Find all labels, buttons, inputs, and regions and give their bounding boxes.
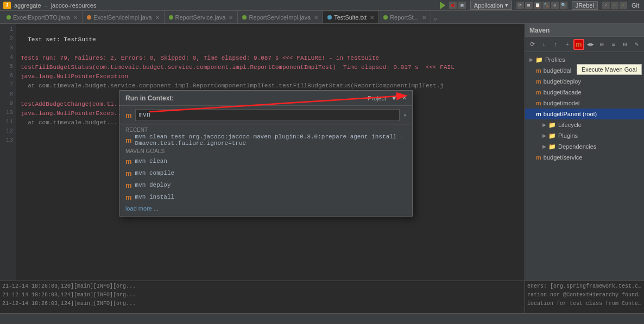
maven-add-btn[interactable]: + <box>562 39 572 50</box>
load-more-link[interactable]: load more ... <box>120 203 412 216</box>
maven-refresh-btn[interactable]: ⟳ <box>527 39 538 50</box>
toolbar-icon-6[interactable]: 🔍 <box>560 2 567 9</box>
status-bar <box>0 313 644 324</box>
toolbar-icon-4[interactable]: 🔨 <box>542 2 550 9</box>
toolbar-icon-1[interactable]: ⟳ <box>516 2 524 9</box>
line-num-2: 2 <box>0 35 16 45</box>
budget-service-label: budget/service <box>544 154 583 161</box>
tab-report-service[interactable]: ReportService.java ✕ <box>165 11 238 23</box>
app-btn-label: Application <box>474 2 503 9</box>
run-popup-header: Run in Context: Project ▼ ✕ <box>120 91 412 106</box>
line-num-8: 8 <box>0 91 16 100</box>
maven-tree-budget-service[interactable]: m budget/service <box>525 152 644 163</box>
tab-label-testsuite: TestSuite.txt <box>334 14 367 21</box>
maven-tree-profiles[interactable]: ▶ 📁 Profiles <box>525 54 644 65</box>
maven-tree-budget-deploy[interactable]: m budget/deploy <box>525 76 644 87</box>
maven-run-btn[interactable]: m <box>573 39 584 50</box>
app-dropdown-icon: ▾ <box>505 2 508 9</box>
tab-close-reportst[interactable]: ✕ <box>422 15 426 21</box>
file-name: jacoco-resources <box>51 2 97 9</box>
run-goal-compile[interactable]: m mvn compile <box>120 167 412 179</box>
tab-testsuite[interactable]: TestSuite.txt ✕ <box>323 11 379 23</box>
tab-close-excel-service[interactable]: ✕ <box>155 15 160 21</box>
tab-close-report-service-impl[interactable]: ✕ <box>314 15 318 21</box>
more-tabs-button[interactable]: » <box>431 15 440 23</box>
filter-icon[interactable]: ▼ <box>390 94 397 102</box>
debug-icon[interactable]: 🐞 <box>449 2 457 9</box>
tab-label-reportst: ReportSt... <box>390 14 419 21</box>
line-num-13: 13 <box>0 137 16 146</box>
maven-tree-budget-parent[interactable]: m budget/Parent (root) <box>525 109 644 119</box>
run-recent-item-1[interactable]: m mvn clean test org.jacoco:jacoco-maven… <box>120 134 412 146</box>
budget-dal-m-icon: m <box>536 67 541 74</box>
maven-tree-plugins[interactable]: ▶ 📁 Plugins <box>525 130 644 141</box>
separator: – <box>45 2 48 9</box>
toolbar-icon-3[interactable]: 📋 <box>534 2 541 9</box>
maven-toggle-btn[interactable]: ◀▶ <box>585 39 596 50</box>
maven-m-icon: m <box>576 40 582 48</box>
toolbar-icon-2[interactable]: ⏹ <box>525 2 533 9</box>
budget-parent-m-icon: m <box>536 111 541 117</box>
log-line-right-1: eners: [org.springframework.test.context… <box>527 282 642 291</box>
maven-tree-lifecycle[interactable]: ▶ 📁 Lifecycle <box>525 119 644 130</box>
maven-tree: ▶ 📁 Profiles m budget/dal m budget/deplo… <box>525 52 644 313</box>
tab-reportst[interactable]: ReportSt... ✕ <box>379 11 431 23</box>
tab-dot-report-service <box>169 15 173 20</box>
run-goal-install[interactable]: m mvn install <box>120 191 412 203</box>
plugins-folder-icon: 📁 <box>548 132 556 139</box>
maven-upload-btn[interactable]: ↑ <box>551 39 561 50</box>
run-goal-deploy[interactable]: m mvn deploy <box>120 179 412 191</box>
maven-download-btn[interactable]: ↓ <box>539 39 549 50</box>
run-goal-clean[interactable]: m mvn clean <box>120 155 412 167</box>
top-bar-right: 🐞 ▣ Application ▾ ⟳ ⏹ 📋 🔨 ⚙ 🔍 JRebel ✓ ✓… <box>440 1 641 10</box>
project-name: aggregate <box>14 2 41 9</box>
git-icon-2[interactable]: ✓ <box>611 2 618 9</box>
maven-grid-btn[interactable]: ⊞ <box>597 39 607 50</box>
profiles-label: Profiles <box>545 56 565 63</box>
tab-report-service-impl[interactable]: ReportServiceImpl.java ✕ <box>238 11 323 23</box>
goals-section-label: Maven Goals <box>120 146 412 155</box>
chevron-down-icon: ▾ <box>403 112 407 119</box>
git-icon-1[interactable]: ✓ <box>602 2 610 9</box>
tab-dot-reportst <box>383 15 388 20</box>
maven-header: Maven <box>525 24 644 37</box>
budget-deploy-m-icon: m <box>536 78 541 85</box>
maven-remove-btn[interactable]: ⊟ <box>620 39 630 50</box>
tab-excel-export[interactable]: ExcelExportDTO.java ✕ <box>2 11 83 23</box>
tab-close-report-service[interactable]: ✕ <box>229 15 233 21</box>
code-line-7: at com.timevale.budget.service.component… <box>21 81 520 91</box>
more-tabs-icon: » <box>433 15 438 23</box>
close-popup-icon[interactable]: ✕ <box>402 94 407 101</box>
goal-compile-label: mvn compile <box>135 170 175 176</box>
goal-deploy-icon: m <box>125 181 132 189</box>
maven-tree-dependencies[interactable]: ▶ 📁 Dependencies <box>525 141 644 152</box>
tab-close-testsuite[interactable]: ✕ <box>370 15 374 21</box>
log-line-right-3: location for test class from ContextHier… <box>527 300 642 308</box>
tab-close-excel-export[interactable]: ✕ <box>73 15 78 21</box>
maven-tree-budget-model[interactable]: m budget/model <box>525 98 644 109</box>
git-label: Git: <box>632 2 641 9</box>
code-line-1 <box>21 26 520 35</box>
run-input[interactable] <box>135 109 400 121</box>
log-line-left-3: 21-12-14 18:26:03,124][main][INFO][org..… <box>2 300 522 308</box>
maven-toolbar: ⟳ ↓ ↑ + m ◀▶ ⊞ ≡ ⊟ ✎ <box>525 37 644 52</box>
budget-facade-m-icon: m <box>536 89 541 96</box>
git-icon-3[interactable]: ✓ <box>620 2 627 9</box>
maven-edit-btn[interactable]: ✎ <box>632 39 642 50</box>
coverage-icon[interactable]: ▣ <box>458 2 466 9</box>
jrebel-button[interactable]: JRebel <box>572 1 598 10</box>
tab-excel-service[interactable]: ExcelServiceImpl.java ✕ <box>83 11 165 23</box>
log-left: 21-12-14 18:26:03,120][main][INFO][org..… <box>0 281 525 313</box>
goal-install-label: mvn install <box>135 194 175 200</box>
maven-tree-budget-facade[interactable]: m budget/facade <box>525 87 644 98</box>
maven-list-btn[interactable]: ≡ <box>608 39 618 50</box>
toolbar-icon-5[interactable]: ⚙ <box>551 2 559 9</box>
goal-clean-icon: m <box>125 157 132 166</box>
line-numbers: 1 2 3 4 5 6 7 8 9 10 11 12 13 <box>0 24 16 313</box>
goal-compile-icon: m <box>125 169 132 177</box>
run-icon[interactable] <box>440 2 447 9</box>
line-num-6: 6 <box>0 72 16 81</box>
line-num-5: 5 <box>0 63 16 72</box>
app-icon: J <box>3 2 11 9</box>
application-button[interactable]: Application ▾ <box>470 1 512 10</box>
